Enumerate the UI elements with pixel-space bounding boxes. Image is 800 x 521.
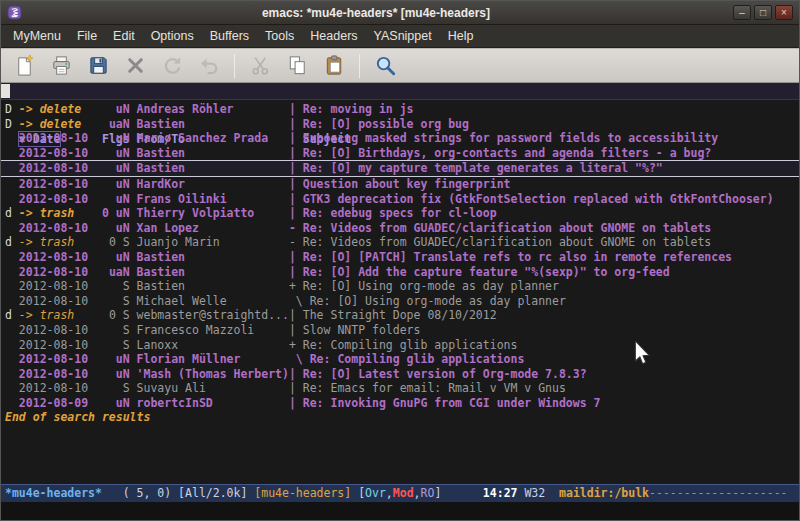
from-cell: Michael Welle bbox=[137, 294, 289, 308]
menu-item-file[interactable]: File bbox=[69, 25, 105, 48]
title-bar[interactable]: emacs: *mu4e-headers* [mu4e-headers] –□× bbox=[1, 1, 799, 25]
menu-item-mymenu[interactable]: MyMenu bbox=[5, 25, 69, 48]
thread-separator: | bbox=[289, 117, 303, 131]
date-cell: 2012-08-09 bbox=[19, 396, 95, 410]
emacs-frame: ▼ Date Flgs From/To Subject D -> delete … bbox=[1, 83, 799, 520]
from-cell: HardKor bbox=[137, 177, 289, 191]
message-row[interactable]: 2012-08-10 uN 'Mash (Thomas Herbert)| Re… bbox=[1, 367, 799, 382]
subject-cell: Re: [O] Add the capture feature "%(sexp)… bbox=[303, 265, 670, 279]
flags-cell: S bbox=[95, 323, 137, 337]
date-cell: 2012-08-10 bbox=[19, 161, 95, 175]
thread-separator: | bbox=[289, 161, 303, 175]
print-button[interactable] bbox=[46, 51, 76, 80]
search-button[interactable] bbox=[370, 51, 400, 80]
thread-separator: | bbox=[289, 323, 303, 337]
modeline-plain: , bbox=[414, 486, 421, 500]
subject-cell: Re: Videos from GUADEC/clarification abo… bbox=[303, 235, 712, 249]
menu-item-buffers[interactable]: Buffers bbox=[202, 25, 257, 48]
close-buffer-button[interactable] bbox=[120, 51, 150, 80]
message-row[interactable]: 2012-08-10 S Bastien + Re: [O] Using org… bbox=[1, 279, 799, 294]
maximize-button[interactable]: □ bbox=[754, 5, 772, 20]
new-file-button[interactable] bbox=[9, 51, 39, 80]
mouse-cursor bbox=[634, 341, 650, 365]
message-row[interactable]: d -> trash 0 S webmaster@straightd...| T… bbox=[1, 308, 799, 323]
thread-separator: \ bbox=[289, 294, 310, 308]
flags-cell: uN bbox=[95, 146, 137, 160]
modeline-maildir: maildir:/bulk bbox=[559, 486, 649, 500]
from-cell: Bastien bbox=[137, 117, 289, 131]
date-cell: 2012-08-10 bbox=[19, 131, 95, 145]
flags-cell: uN bbox=[95, 102, 137, 116]
message-row[interactable]: 2012-08-10 S Suvayu Ali | Re: Emacs for … bbox=[1, 381, 799, 396]
menu-item-options[interactable]: Options bbox=[143, 25, 202, 48]
thread-separator: | bbox=[289, 206, 303, 220]
minimize-button[interactable]: – bbox=[733, 5, 751, 20]
date-cell: 2012-08-10 bbox=[19, 352, 95, 366]
flags-cell: 0 S bbox=[95, 308, 137, 322]
modeline-mod: Mod bbox=[393, 486, 414, 500]
message-row[interactable]: D -> delete uaN Bastien | Re: [O] possib… bbox=[1, 117, 799, 132]
flags-cell: uaN bbox=[95, 265, 137, 279]
message-row[interactable]: 2012-08-10 uN HardKor | Question about k… bbox=[1, 177, 799, 192]
message-row[interactable]: D -> delete uN Andreas Röhler | Re: movi… bbox=[1, 102, 799, 117]
paste-button[interactable] bbox=[319, 51, 349, 80]
message-list[interactable]: D -> delete uN Andreas Röhler | Re: movi… bbox=[1, 100, 799, 484]
flags-cell: uN bbox=[95, 192, 137, 206]
message-row[interactable]: 2012-08-10 uN Bastien | Re: [O] Birthday… bbox=[1, 146, 799, 161]
menu-item-help[interactable]: Help bbox=[440, 25, 482, 48]
from-cell: Thierry Volpiatto bbox=[137, 206, 289, 220]
close-button[interactable]: × bbox=[775, 5, 793, 20]
modeline-plain: W32 bbox=[517, 486, 559, 500]
mark-cell bbox=[5, 279, 19, 293]
message-row[interactable]: 2012-08-10 uN Bastien | Re: [O] my captu… bbox=[1, 160, 799, 177]
header-line-corner bbox=[1, 84, 10, 98]
mark-cell bbox=[5, 294, 19, 308]
message-row[interactable]: 2012-08-09 uN robertcInSD | Re: Invoking… bbox=[1, 396, 799, 411]
modeline-ro: RO bbox=[421, 486, 435, 500]
subject-cell: Question about key fingerprint bbox=[303, 177, 511, 191]
subject-cell: Re: [O] Birthdays, org-contacts and agen… bbox=[303, 146, 712, 160]
from-cell: Lanoxx bbox=[137, 338, 289, 352]
date-cell: 2012-08-10 bbox=[19, 250, 95, 264]
message-row[interactable]: 2012-08-10 uN Mario Sanchez Prada | Expo… bbox=[1, 131, 799, 146]
toolbar-separator bbox=[234, 54, 235, 78]
thread-separator: | bbox=[289, 146, 303, 160]
subject-cell: Re: Invoking GnuPG from CGI under Window… bbox=[303, 396, 601, 410]
save-button[interactable] bbox=[83, 51, 113, 80]
cut-button[interactable] bbox=[245, 51, 275, 80]
emacs-window: emacs: *mu4e-headers* [mu4e-headers] –□×… bbox=[0, 0, 800, 521]
subject-cell: Re: Compiling glib applications bbox=[303, 338, 518, 352]
undo-button[interactable] bbox=[194, 51, 224, 80]
thread-separator: + bbox=[289, 338, 303, 352]
menu-item-yasnippet[interactable]: YASnippet bbox=[366, 25, 440, 48]
modeline-bufname: *mu4e-headers* bbox=[5, 486, 102, 500]
message-row[interactable]: 2012-08-10 uaN Bastien | Re: [O] Add the… bbox=[1, 265, 799, 280]
message-row[interactable]: 2012-08-10 uN Florian Müllner \ Re: Comp… bbox=[1, 352, 799, 367]
echo-area[interactable] bbox=[1, 502, 799, 520]
flags-cell: 0 uN bbox=[95, 206, 137, 220]
menu-item-edit[interactable]: Edit bbox=[105, 25, 143, 48]
toolbar bbox=[1, 48, 799, 83]
date-cell: 2012-08-10 bbox=[19, 367, 95, 381]
message-row[interactable]: 2012-08-10 S Francesco Mazzoli | Slow NN… bbox=[1, 323, 799, 338]
flags-cell: uaN bbox=[95, 117, 137, 131]
save-icon bbox=[87, 54, 110, 77]
message-row[interactable]: 2012-08-10 S Lanoxx + Re: Compiling glib… bbox=[1, 338, 799, 353]
message-row[interactable]: 2012-08-10 uN Xan Lopez - Re: Videos fro… bbox=[1, 221, 799, 236]
thread-separator: - bbox=[289, 235, 303, 249]
message-row[interactable]: d -> trash 0 uN Thierry Volpiatto | Re: … bbox=[1, 206, 799, 221]
message-row[interactable]: 2012-08-10 uN Bastien | Re: [O] [PATCH] … bbox=[1, 250, 799, 265]
subject-cell: Re: [O] [PATCH] Translate refs to rc als… bbox=[303, 250, 732, 264]
subject-cell: GTK3 deprecation fix (GtkFontSelection r… bbox=[303, 192, 774, 206]
date-cell: 2012-08-10 bbox=[19, 294, 95, 308]
from-cell: Juanjo Marin bbox=[137, 235, 289, 249]
menu-item-headers[interactable]: Headers bbox=[302, 25, 365, 48]
menu-item-tools[interactable]: Tools bbox=[257, 25, 302, 48]
message-row[interactable]: d -> trash 0 S Juanjo Marin - Re: Videos… bbox=[1, 235, 799, 250]
thread-separator: | bbox=[289, 396, 303, 410]
copy-button[interactable] bbox=[282, 51, 312, 80]
refresh-button[interactable] bbox=[157, 51, 187, 80]
from-cell: webmaster@straightd... bbox=[137, 308, 289, 322]
message-row[interactable]: 2012-08-10 S Michael Welle \ Re: [O] Usi… bbox=[1, 294, 799, 309]
message-row[interactable]: 2012-08-10 uN Frans Oilinki | GTK3 depre… bbox=[1, 192, 799, 207]
